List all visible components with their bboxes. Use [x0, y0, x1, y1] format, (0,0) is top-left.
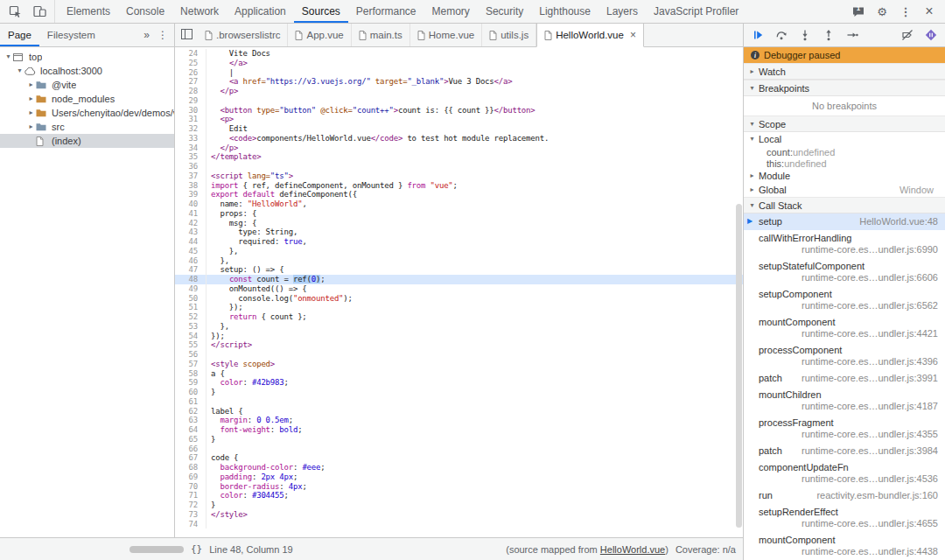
line-number[interactable]: 29 [175, 96, 206, 106]
code-line[interactable]: 73</style> [175, 510, 743, 520]
editor-scrollbar-thumb[interactable] [736, 204, 742, 528]
line-number[interactable]: 70 [175, 482, 206, 492]
code-line[interactable]: 74 [175, 520, 743, 529]
line-number[interactable]: 38 [175, 181, 206, 191]
inspect-element-icon[interactable] [4, 1, 25, 22]
panel-tab-sources[interactable]: Sources [294, 0, 348, 23]
panel-tab-application[interactable]: Application [227, 0, 294, 23]
editor-tab-utils-js[interactable]: utils.js [482, 24, 536, 46]
callstack-frame[interactable]: componentUpdateFnruntime-core.es…undler.… [744, 459, 945, 487]
code-line[interactable]: 30 <button type="button" @click="count++… [175, 106, 743, 116]
line-number[interactable]: 30 [175, 106, 206, 116]
code-line[interactable]: 57<style scoped> [175, 360, 743, 369]
line-number[interactable]: 74 [175, 520, 206, 529]
step-into-icon[interactable] [795, 25, 815, 45]
line-number[interactable]: 66 [175, 444, 206, 454]
callstack-frame[interactable]: patchruntime-core.es…undler.js:3991 [744, 370, 945, 387]
code-line[interactable]: 38import { ref, defineComponent, onMount… [175, 181, 743, 191]
console-messages-icon[interactable]: 1 [848, 1, 869, 22]
line-number[interactable]: 67 [175, 453, 206, 463]
code-line[interactable]: 35</template> [175, 152, 743, 162]
scope-section-header[interactable]: Scope [744, 116, 945, 132]
line-number[interactable]: 44 [175, 237, 206, 247]
scope-section-local[interactable]: Local [744, 132, 945, 146]
line-number[interactable]: 41 [175, 209, 206, 219]
line-number[interactable]: 46 [175, 256, 206, 266]
line-number[interactable]: 26 [175, 68, 206, 78]
close-devtools-icon[interactable]: × [919, 1, 940, 22]
line-number[interactable]: 71 [175, 491, 206, 500]
more-tabs-icon[interactable]: » [140, 29, 153, 41]
line-number[interactable]: 49 [175, 284, 206, 294]
line-number[interactable]: 60 [175, 388, 206, 397]
code-line[interactable]: 40 name: "HelloWorld", [175, 200, 743, 209]
panel-tab-layers[interactable]: Layers [598, 0, 646, 23]
code-line[interactable]: 33 <code>components/HelloWorld.vue</code… [175, 134, 743, 144]
code-line[interactable]: 46 }, [175, 256, 743, 266]
code-line[interactable]: 29 [175, 96, 743, 106]
code-line[interactable]: 60} [175, 388, 743, 397]
more-options-icon[interactable]: ⋮ [895, 1, 916, 22]
code-line[interactable]: 44 required: true, [175, 237, 743, 247]
line-number[interactable]: 36 [175, 162, 206, 172]
line-number[interactable]: 37 [175, 172, 206, 181]
line-number[interactable]: 59 [175, 378, 206, 388]
code-line[interactable]: 59 color: #42b983; [175, 378, 743, 388]
code-line[interactable]: 25 </a> [175, 59, 743, 68]
code-line[interactable]: 65} [175, 435, 743, 444]
line-number[interactable]: 32 [175, 124, 206, 134]
code-line[interactable]: 26 | [175, 68, 743, 78]
line-number[interactable]: 54 [175, 332, 206, 341]
pause-on-exceptions-icon[interactable] [921, 25, 941, 45]
code-line[interactable]: 55</script> [175, 340, 743, 350]
code-line[interactable]: 52 return { count }; [175, 312, 743, 322]
editor-tab-main-ts[interactable]: main.ts [352, 24, 410, 46]
panel-tab-security[interactable]: Security [478, 0, 531, 23]
code-line[interactable]: 70 border-radius: 4px; [175, 482, 743, 492]
callstack-frame[interactable]: setupStatefulComponentruntime-core.es…un… [744, 258, 945, 286]
close-tab-icon[interactable]: × [630, 29, 636, 41]
line-number[interactable]: 45 [175, 247, 206, 256]
line-number[interactable]: 25 [175, 59, 206, 68]
resume-icon[interactable] [748, 25, 767, 45]
code-line[interactable]: 32 Edit [175, 124, 743, 134]
code-line[interactable]: 62label { [175, 407, 743, 416]
callstack-frame[interactable]: mountComponentruntime-core.es…undler.js:… [744, 532, 945, 560]
code-line[interactable]: 41 props: { [175, 209, 743, 219]
tree-item-index[interactable]: (index) [0, 134, 174, 148]
editor-tab-helloworld-vue[interactable]: HelloWorld.vue× [536, 24, 644, 47]
code-line[interactable]: 27 <a href="https://v3.vuejs.org/" targe… [175, 77, 743, 87]
code-line[interactable]: 51 }); [175, 303, 743, 312]
line-number[interactable]: 28 [175, 87, 206, 96]
panel-tab-console[interactable]: Console [118, 0, 172, 23]
panel-tab-lighthouse[interactable]: Lighthouse [531, 0, 598, 23]
editor-scrollbar[interactable] [735, 47, 743, 537]
line-number[interactable]: 62 [175, 407, 206, 416]
code-line[interactable]: 72} [175, 500, 743, 510]
scope-section-module[interactable]: Module [744, 169, 945, 183]
line-number[interactable]: 42 [175, 219, 206, 228]
line-number[interactable]: 39 [175, 190, 206, 200]
code-line[interactable]: 49 onMounted(() => { [175, 284, 743, 294]
panel-tab-memory[interactable]: Memory [424, 0, 478, 23]
code-line[interactable]: 68 background-color: #eee; [175, 463, 743, 472]
code-line[interactable]: 37<script lang="ts"> [175, 172, 743, 181]
code-line[interactable]: 50 console.log("onmounted"); [175, 294, 743, 304]
navigator-tab-filesystem[interactable]: Filesystem [39, 24, 103, 46]
code-line[interactable]: 61 [175, 397, 743, 407]
panel-tab-performance[interactable]: Performance [348, 0, 424, 23]
code-line[interactable]: 58a { [175, 369, 743, 379]
callstack-frame[interactable]: callWithErrorHandlingruntime-core.es…und… [744, 230, 945, 258]
panel-tab-network[interactable]: Network [172, 0, 227, 23]
tree-item-users-chenyitao-dev-demos-vi[interactable]: Users/chenyitao/dev/demos/vi [0, 106, 174, 120]
code-line[interactable]: 39export default defineComponent({ [175, 190, 743, 200]
line-number[interactable]: 65 [175, 435, 206, 444]
horizontal-scrollbar-thumb[interactable] [130, 546, 184, 553]
breakpoints-section-header[interactable]: Breakpoints [744, 80, 945, 96]
callstack-frame[interactable]: ▶setupHelloWorld.vue:48 [744, 214, 945, 230]
callstack-frame[interactable]: setupComponentruntime-core.es…undler.js:… [744, 286, 945, 314]
navigator-tab-page[interactable]: Page [0, 24, 39, 46]
line-number[interactable]: 51 [175, 303, 206, 312]
code-line[interactable]: 71 color: #304455; [175, 491, 743, 500]
tree-item-top[interactable]: top [0, 50, 174, 64]
